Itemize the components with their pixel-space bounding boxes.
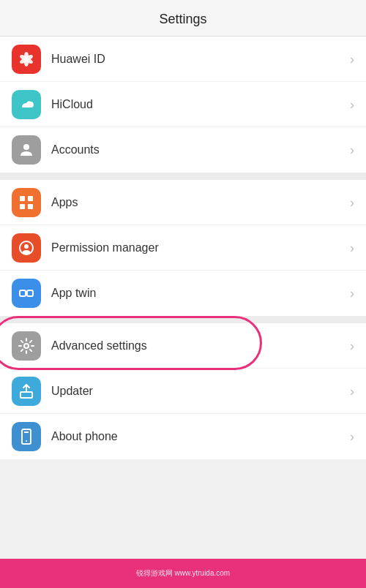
huawei-id-icon	[12, 45, 41, 74]
accounts-icon-svg	[18, 141, 35, 159]
svg-rect-8	[28, 196, 33, 201]
about-phone-chevron: ›	[350, 430, 354, 443]
svg-rect-17	[20, 392, 32, 398]
settings-item-apps[interactable]: Apps ›	[0, 180, 366, 225]
huawei-id-label: Huawei ID	[51, 53, 350, 66]
page-header: Settings	[0, 0, 366, 37]
hicloud-label: HiCloud	[51, 98, 350, 111]
hicloud-icon-svg	[18, 96, 35, 113]
aboutphone-icon-svg	[18, 428, 35, 445]
settings-group-1: Huawei ID › HiCloud › Accounts ›	[0, 37, 366, 173]
accounts-icon	[12, 135, 41, 165]
apps-chevron: ›	[350, 196, 354, 209]
apptwin-icon-svg	[18, 284, 35, 302]
apps-icon	[12, 188, 41, 217]
permission-chevron: ›	[350, 241, 354, 255]
settings-item-huawei-id[interactable]: Huawei ID ›	[0, 37, 366, 82]
settings-item-accounts[interactable]: Accounts ›	[0, 127, 366, 173]
svg-point-19	[26, 440, 27, 442]
advanced-settings-chevron: ›	[350, 339, 354, 353]
accounts-label: Accounts	[51, 143, 350, 157]
settings-item-updater[interactable]: Updater ›	[0, 369, 366, 414]
svg-point-6	[23, 144, 29, 150]
settings-group-2: Apps › Permission manager › App twin ›	[0, 180, 366, 316]
about-phone-label: About phone	[51, 430, 350, 443]
permission-icon	[12, 233, 41, 263]
svg-rect-10	[28, 204, 33, 209]
updater-icon	[12, 377, 41, 406]
settings-item-hicloud[interactable]: HiCloud ›	[0, 82, 366, 127]
svg-rect-13	[20, 290, 26, 296]
settings-item-advanced-settings[interactable]: Advanced settings ›	[0, 323, 366, 369]
divider-1	[0, 173, 366, 180]
apptwin-icon	[12, 279, 41, 308]
hicloud-chevron: ›	[350, 98, 354, 111]
settings-group-3: Advanced settings › Updater › About phon…	[0, 323, 366, 459]
advanced-settings-label: Advanced settings	[51, 339, 350, 353]
svg-point-16	[24, 344, 29, 348]
advanced-settings-icon	[12, 331, 41, 361]
huawei-icon-svg	[18, 50, 35, 68]
svg-point-12	[24, 244, 29, 249]
updater-label: Updater	[51, 385, 350, 398]
permission-manager-label: Permission manager	[51, 241, 350, 255]
updater-chevron: ›	[350, 385, 354, 398]
updater-icon-svg	[18, 382, 35, 400]
settings-item-about-phone[interactable]: About phone ›	[0, 414, 366, 459]
settings-item-permission-manager[interactable]: Permission manager ›	[0, 225, 366, 271]
apps-icon-svg	[18, 194, 35, 211]
page-title: Settings	[159, 12, 206, 26]
divider-2	[0, 316, 366, 323]
svg-rect-14	[27, 290, 33, 296]
hicloud-icon	[12, 90, 41, 119]
watermark: 锐得游戏网 www.ytruida.com	[0, 559, 366, 588]
watermark-text: 锐得游戏网 www.ytruida.com	[136, 568, 230, 578]
svg-rect-7	[20, 196, 25, 201]
advanced-settings-icon-svg	[18, 337, 35, 355]
svg-rect-9	[20, 204, 25, 209]
aboutphone-icon	[12, 422, 41, 451]
huawei-id-chevron: ›	[350, 53, 354, 66]
permission-icon-svg	[18, 239, 35, 257]
settings-item-app-twin[interactable]: App twin ›	[0, 271, 366, 316]
app-twin-label: App twin	[51, 287, 350, 300]
accounts-chevron: ›	[350, 143, 354, 157]
apps-label: Apps	[51, 196, 350, 209]
apptwin-chevron: ›	[350, 287, 354, 300]
